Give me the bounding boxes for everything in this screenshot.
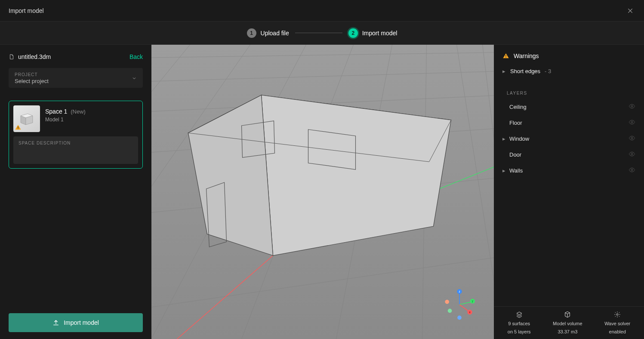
- warning-icon: [15, 124, 22, 131]
- close-icon: [627, 8, 633, 14]
- svg-rect-44: [505, 57, 506, 58]
- svg-point-50: [616, 314, 618, 315]
- chevron-right-icon: ▸: [502, 136, 506, 142]
- eye-icon: [629, 166, 635, 173]
- layers-icon: [516, 311, 523, 318]
- project-select-kicker: PROJECT: [15, 72, 49, 77]
- filename-text: untitled.3dm: [18, 53, 51, 60]
- project-select[interactable]: PROJECT Select project: [9, 68, 143, 88]
- space-description-input[interactable]: SPACE DESCRIPTION: [13, 136, 138, 164]
- space-title-text: Space 1: [45, 108, 67, 115]
- axis-gizmo[interactable]: z y x: [442, 287, 477, 322]
- step-upload-file[interactable]: 1 Upload file: [247, 28, 289, 38]
- modal-title: Import model: [9, 7, 44, 14]
- step-import-model[interactable]: 2 Import model: [348, 28, 397, 38]
- layer-name: Walls: [509, 167, 523, 174]
- space-new-tag: (New): [71, 108, 86, 115]
- warning-icon: [502, 52, 509, 59]
- svg-line-32: [459, 302, 471, 305]
- close-button[interactable]: [625, 6, 635, 16]
- gear-icon: [614, 311, 621, 318]
- layer-name: Ceiling: [509, 104, 527, 110]
- layer-name: Floor: [509, 120, 522, 126]
- layer-row-ceiling[interactable]: ▸Ceiling: [494, 99, 644, 115]
- step-2-label: Import model: [362, 30, 397, 37]
- layer-row-walls[interactable]: ▸Walls: [494, 163, 644, 179]
- step-1-label: Upload file: [261, 30, 289, 37]
- svg-point-46: [631, 121, 633, 123]
- chevron-right-icon: ▸: [502, 167, 506, 174]
- stat-volume: Model volume 33.37 m3: [553, 311, 582, 335]
- stat-surfaces: 9 surfaces on 5 layers: [508, 311, 531, 335]
- stepper: 1 Upload file 2 Import model: [0, 22, 644, 45]
- cube-icon: [564, 311, 571, 318]
- warning-count: - 3: [545, 68, 551, 74]
- svg-point-49: [631, 169, 633, 171]
- stat-solver: Wave solver enabled: [604, 311, 630, 335]
- project-select-value: Select project: [15, 78, 49, 84]
- file-icon: [9, 54, 15, 60]
- layer-row-window[interactable]: ▸Window: [494, 131, 644, 147]
- step-2-number: 2: [348, 28, 358, 38]
- warnings-header: Warnings: [494, 52, 644, 65]
- svg-point-42: [457, 316, 462, 320]
- back-link[interactable]: Back: [129, 53, 143, 60]
- svg-rect-43: [505, 55, 506, 56]
- eye-icon: [629, 151, 635, 157]
- visibility-toggle[interactable]: [629, 119, 635, 127]
- visibility-toggle[interactable]: [629, 103, 635, 111]
- space-description-kicker: SPACE DESCRIPTION: [18, 141, 133, 145]
- import-button-label: Import model: [64, 319, 99, 326]
- right-panel: Warnings ▸ Short edges - 3 LAYERS ▸Ceili…: [494, 45, 644, 339]
- warning-item-short-edges[interactable]: ▸ Short edges - 3: [494, 65, 644, 80]
- upload-icon: [52, 319, 59, 326]
- warning-name: Short edges: [510, 68, 540, 74]
- 3d-viewport[interactable]: z y x: [151, 45, 494, 339]
- layer-name: Door: [509, 151, 521, 158]
- visibility-toggle[interactable]: [629, 151, 635, 159]
- svg-point-40: [445, 300, 449, 304]
- left-panel: untitled.3dm Back PROJECT Select project: [0, 45, 151, 339]
- stats-footer: 9 surfaces on 5 layers Model volume 33.3…: [494, 306, 644, 339]
- svg-line-33: [459, 305, 469, 311]
- layer-row-floor[interactable]: ▸Floor: [494, 115, 644, 131]
- layers-title: LAYERS: [494, 80, 644, 99]
- space-thumbnail: [13, 105, 40, 132]
- eye-icon: [629, 103, 635, 110]
- chevron-right-icon: ▸: [502, 68, 506, 74]
- space-subtitle: Model 1: [45, 117, 86, 123]
- visibility-toggle[interactable]: [629, 135, 635, 143]
- svg-rect-4: [18, 126, 18, 128]
- layer-name: Window: [509, 136, 529, 142]
- eye-icon: [629, 119, 635, 126]
- import-model-button[interactable]: Import model: [9, 313, 143, 332]
- svg-point-47: [631, 137, 633, 139]
- titlebar: Import model: [0, 0, 644, 22]
- svg-point-41: [448, 309, 452, 313]
- svg-text:z: z: [459, 290, 460, 293]
- filename-label: untitled.3dm: [9, 53, 51, 60]
- warnings-title: Warnings: [514, 52, 539, 59]
- svg-point-48: [631, 153, 633, 155]
- svg-rect-5: [18, 129, 18, 129]
- eye-icon: [629, 135, 635, 142]
- layer-row-door[interactable]: ▸Door: [494, 147, 644, 163]
- step-connector: [295, 33, 342, 33]
- step-1-number: 1: [247, 28, 256, 38]
- space-card[interactable]: Space 1 (New) Model 1 SPACE DESCRIPTION: [9, 101, 143, 169]
- svg-point-45: [631, 105, 633, 107]
- visibility-toggle[interactable]: [629, 166, 635, 175]
- space-title: Space 1 (New): [45, 108, 86, 115]
- chevron-down-icon: [132, 76, 137, 81]
